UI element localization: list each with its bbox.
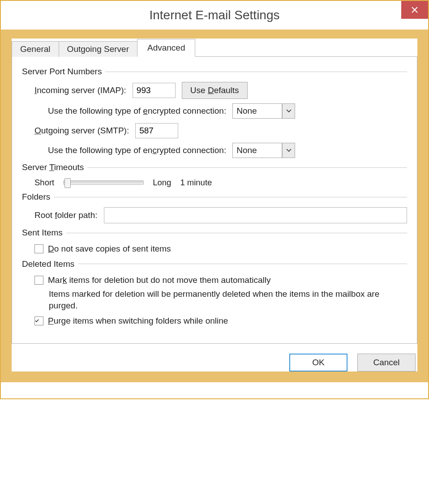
slider-short-label: Short — [34, 178, 54, 188]
tab-strip: General Outgoing Server Advanced — [12, 39, 417, 57]
divider — [105, 72, 407, 72]
do-not-save-sent-checkbox[interactable] — [34, 244, 43, 253]
outgoing-encryption-label: Use the following type of encrypted conn… — [48, 145, 226, 155]
divider — [66, 233, 407, 233]
dialog-frame: General Outgoing Server Advanced Server … — [1, 30, 428, 382]
tab-outgoing-server[interactable]: Outgoing Server — [59, 41, 137, 57]
close-icon — [412, 7, 418, 13]
incoming-encryption-dropdown[interactable]: None — [232, 103, 295, 119]
use-defaults-button[interactable]: Use Defaults — [182, 82, 248, 99]
group-heading: Deleted Items — [22, 259, 74, 269]
group-server-timeouts: Server Timeouts Short Long 1 minute — [22, 162, 407, 188]
title-bar: Internet E-mail Settings — [1, 1, 428, 30]
outgoing-server-label: Outgoing server (SMTP): — [34, 126, 129, 136]
ok-button[interactable]: OK — [289, 354, 347, 372]
checkbox-label: Do not save copies of sent items — [48, 243, 171, 255]
group-heading: Sent Items — [22, 228, 63, 238]
dialog-window: Internet E-mail Settings General Outgoin… — [0, 0, 429, 399]
divider — [78, 264, 407, 264]
root-folder-input[interactable] — [104, 207, 408, 223]
incoming-encryption-label: Use the following type of encrypted conn… — [48, 106, 226, 116]
root-folder-label: Root folder path: — [34, 210, 98, 220]
purge-on-switch-checkbox[interactable] — [34, 316, 43, 325]
tab-advanced[interactable]: Advanced — [137, 39, 196, 57]
deletion-hint-text: Items marked for deletion will be perman… — [49, 288, 407, 311]
dialog-button-row: OK Cancel — [12, 344, 417, 372]
group-sent-items: Sent Items Do not save copies of sent it… — [22, 228, 407, 255]
group-heading: Folders — [22, 192, 50, 202]
dropdown-value: None — [233, 104, 282, 118]
dropdown-value: None — [233, 143, 282, 158]
mark-for-deletion-checkbox[interactable] — [34, 276, 43, 285]
chevron-down-icon — [282, 104, 295, 118]
timeout-slider[interactable] — [63, 180, 144, 185]
outgoing-encryption-dropdown[interactable]: None — [232, 143, 295, 158]
divider — [54, 197, 407, 197]
group-heading: Server Port Numbers — [22, 67, 102, 77]
group-folders: Folders Root folder path: — [22, 192, 407, 223]
timeout-value-label: 1 minute — [180, 178, 212, 188]
checkbox-label: Mark items for deletion but do not move … — [48, 274, 270, 286]
incoming-port-input[interactable] — [133, 83, 176, 98]
cancel-button[interactable]: Cancel — [357, 354, 416, 372]
incoming-server-label: Incoming server (IMAP): — [34, 85, 126, 95]
checkbox-label: Purge items when switching folders while… — [48, 315, 228, 327]
group-heading: Server Timeouts — [22, 162, 84, 172]
close-button[interactable] — [401, 1, 428, 19]
tab-panel-advanced: Server Port Numbers Incoming server (IMA… — [12, 56, 417, 344]
divider — [87, 167, 407, 168]
group-server-port-numbers: Server Port Numbers Incoming server (IMA… — [22, 67, 407, 158]
slider-thumb[interactable] — [64, 178, 71, 188]
slider-long-label: Long — [153, 178, 171, 188]
group-deleted-items: Deleted Items Mark items for deletion bu… — [22, 259, 407, 327]
tab-general[interactable]: General — [12, 41, 59, 57]
outgoing-port-input[interactable] — [135, 123, 178, 138]
chevron-down-icon — [282, 143, 295, 158]
dialog-title: Internet E-mail Settings — [149, 1, 279, 30]
